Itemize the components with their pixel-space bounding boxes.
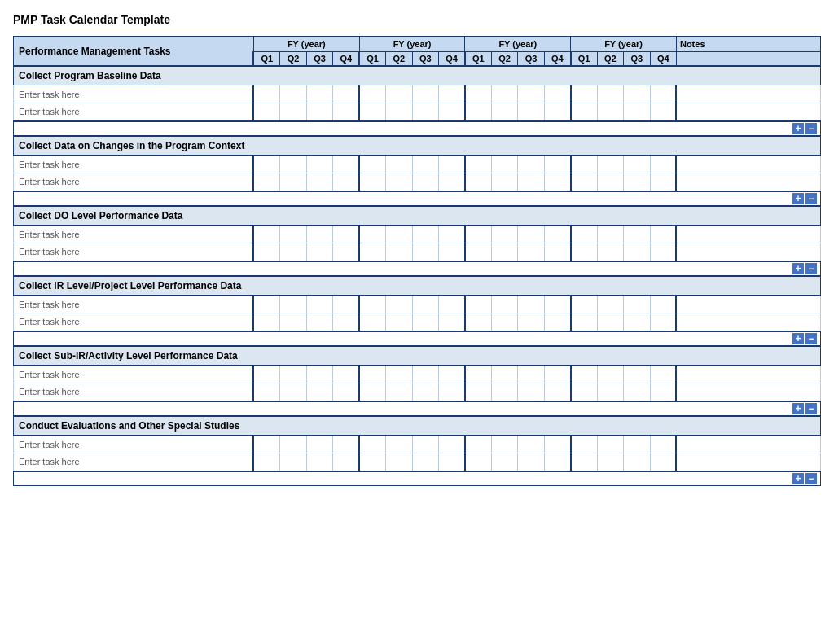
cell-s2-t1-fy3-q4[interactable] (544, 156, 570, 173)
cell-s5-t1-fy3-q1[interactable] (465, 366, 491, 383)
cell-s4-t1-fy2-q1[interactable] (359, 296, 385, 313)
notes-cell-s5-t1[interactable] (676, 366, 820, 383)
cell-s5-t1-fy1-q4[interactable] (333, 366, 359, 383)
cell-s5-t2-fy4-q4[interactable] (650, 383, 676, 401)
cell-s3-t1-fy4-q1[interactable] (571, 226, 597, 243)
cell-s4-t2-fy2-q2[interactable] (386, 313, 412, 331)
cell-s5-t2-fy3-q4[interactable] (544, 383, 570, 401)
cell-s2-t1-fy1-q2[interactable] (280, 156, 306, 173)
cell-s6-t2-fy1-q2[interactable] (280, 453, 306, 471)
cell-s1-t1-fy3-q1[interactable] (465, 85, 491, 103)
cell-s3-t2-fy2-q3[interactable] (412, 243, 438, 261)
cell-s1-t2-fy2-q2[interactable] (386, 103, 412, 121)
cell-s4-t1-fy2-q2[interactable] (386, 296, 412, 313)
cell-s3-t1-fy4-q3[interactable] (624, 226, 650, 243)
cell-s6-t1-fy2-q1[interactable] (359, 436, 385, 453)
cell-s5-t1-fy3-q2[interactable] (491, 366, 517, 383)
task-name-s2-t2[interactable]: Enter task here (14, 173, 254, 191)
cell-s2-t1-fy1-q4[interactable] (333, 156, 359, 173)
task-name-s5-t2[interactable]: Enter task here (14, 383, 254, 401)
cell-s4-t2-fy4-q4[interactable] (650, 313, 676, 331)
cell-s5-t2-fy1-q1[interactable] (253, 383, 279, 401)
cell-s2-t1-fy2-q3[interactable] (412, 156, 438, 173)
cell-s6-t2-fy3-q2[interactable] (491, 453, 517, 471)
cell-s5-t2-fy3-q3[interactable] (518, 383, 544, 401)
cell-s3-t1-fy2-q2[interactable] (386, 226, 412, 243)
cell-s1-t1-fy4-q4[interactable] (650, 85, 676, 103)
remove-row-button-5[interactable]: − (805, 403, 817, 414)
cell-s5-t2-fy2-q1[interactable] (359, 383, 385, 401)
cell-s4-t2-fy1-q1[interactable] (253, 313, 279, 331)
cell-s3-t1-fy1-q4[interactable] (333, 226, 359, 243)
cell-s2-t1-fy2-q4[interactable] (439, 156, 465, 173)
cell-s2-t2-fy3-q1[interactable] (465, 173, 491, 191)
cell-s4-t1-fy4-q4[interactable] (650, 296, 676, 313)
remove-row-button-6[interactable]: − (805, 473, 817, 484)
cell-s5-t2-fy1-q3[interactable] (306, 383, 332, 401)
cell-s1-t1-fy4-q3[interactable] (624, 85, 650, 103)
task-name-s4-t1[interactable]: Enter task here (14, 296, 254, 313)
cell-s6-t2-fy4-q3[interactable] (624, 453, 650, 471)
cell-s2-t1-fy3-q1[interactable] (465, 156, 491, 173)
cell-s2-t2-fy3-q2[interactable] (491, 173, 517, 191)
cell-s1-t1-fy3-q4[interactable] (544, 85, 570, 103)
cell-s1-t2-fy3-q4[interactable] (544, 103, 570, 121)
cell-s4-t2-fy2-q3[interactable] (412, 313, 438, 331)
cell-s6-t2-fy4-q4[interactable] (650, 453, 676, 471)
notes-cell-s3-t2[interactable] (676, 243, 820, 261)
cell-s2-t1-fy4-q1[interactable] (571, 156, 597, 173)
cell-s1-t1-fy1-q1[interactable] (253, 85, 279, 103)
cell-s1-t2-fy2-q4[interactable] (439, 103, 465, 121)
cell-s4-t1-fy3-q3[interactable] (518, 296, 544, 313)
cell-s2-t2-fy3-q3[interactable] (518, 173, 544, 191)
cell-s5-t1-fy3-q4[interactable] (544, 366, 570, 383)
cell-s5-t2-fy2-q3[interactable] (412, 383, 438, 401)
cell-s2-t1-fy1-q3[interactable] (306, 156, 332, 173)
cell-s5-t1-fy1-q3[interactable] (306, 366, 332, 383)
cell-s1-t2-fy1-q2[interactable] (280, 103, 306, 121)
cell-s4-t1-fy3-q4[interactable] (544, 296, 570, 313)
notes-cell-s3-t1[interactable] (676, 226, 820, 243)
cell-s1-t2-fy2-q3[interactable] (412, 103, 438, 121)
cell-s3-t2-fy4-q3[interactable] (624, 243, 650, 261)
cell-s2-t2-fy2-q2[interactable] (386, 173, 412, 191)
cell-s3-t2-fy2-q1[interactable] (359, 243, 385, 261)
cell-s5-t1-fy4-q3[interactable] (624, 366, 650, 383)
cell-s6-t1-fy4-q4[interactable] (650, 436, 676, 453)
cell-s2-t2-fy1-q2[interactable] (280, 173, 306, 191)
cell-s6-t1-fy4-q2[interactable] (597, 436, 623, 453)
cell-s2-t2-fy1-q4[interactable] (333, 173, 359, 191)
cell-s3-t2-fy3-q1[interactable] (465, 243, 491, 261)
cell-s3-t1-fy1-q2[interactable] (280, 226, 306, 243)
cell-s5-t2-fy4-q1[interactable] (571, 383, 597, 401)
cell-s4-t2-fy3-q3[interactable] (518, 313, 544, 331)
cell-s3-t2-fy3-q3[interactable] (518, 243, 544, 261)
cell-s3-t2-fy4-q1[interactable] (571, 243, 597, 261)
cell-s2-t2-fy1-q1[interactable] (253, 173, 279, 191)
cell-s3-t2-fy3-q2[interactable] (491, 243, 517, 261)
cell-s3-t1-fy3-q3[interactable] (518, 226, 544, 243)
cell-s2-t2-fy2-q1[interactable] (359, 173, 385, 191)
cell-s2-t2-fy2-q3[interactable] (412, 173, 438, 191)
remove-row-button-2[interactable]: − (805, 193, 817, 204)
cell-s2-t2-fy3-q4[interactable] (544, 173, 570, 191)
cell-s6-t1-fy3-q3[interactable] (518, 436, 544, 453)
task-name-s3-t2[interactable]: Enter task here (14, 243, 254, 261)
cell-s2-t2-fy4-q4[interactable] (650, 173, 676, 191)
cell-s6-t1-fy1-q3[interactable] (306, 436, 332, 453)
cell-s5-t1-fy1-q1[interactable] (253, 366, 279, 383)
add-row-button-6[interactable]: + (792, 473, 804, 484)
cell-s1-t2-fy2-q1[interactable] (359, 103, 385, 121)
cell-s6-t1-fy4-q3[interactable] (624, 436, 650, 453)
remove-row-button-3[interactable]: − (805, 263, 817, 274)
cell-s6-t1-fy1-q4[interactable] (333, 436, 359, 453)
cell-s4-t2-fy1-q2[interactable] (280, 313, 306, 331)
cell-s6-t2-fy2-q3[interactable] (412, 453, 438, 471)
add-row-button-5[interactable]: + (792, 403, 804, 414)
cell-s2-t1-fy4-q4[interactable] (650, 156, 676, 173)
cell-s3-t2-fy4-q2[interactable] (597, 243, 623, 261)
cell-s4-t2-fy4-q3[interactable] (624, 313, 650, 331)
notes-cell-s5-t2[interactable] (676, 383, 820, 401)
cell-s2-t1-fy3-q3[interactable] (518, 156, 544, 173)
cell-s4-t2-fy4-q1[interactable] (571, 313, 597, 331)
